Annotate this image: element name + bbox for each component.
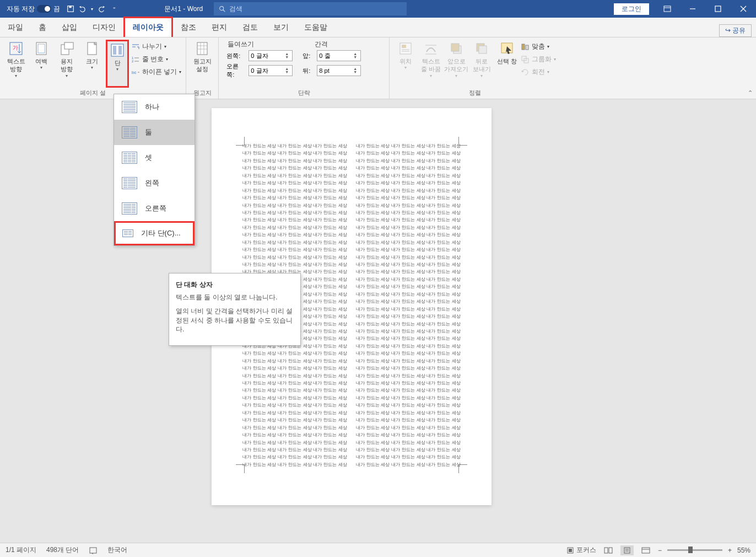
undo-dropdown-icon[interactable]: ▾ [91, 7, 93, 12]
zoom-level[interactable]: 55% [737, 547, 750, 554]
bring-forward-label: 앞으로 가져오기 [444, 57, 468, 73]
close-icon[interactable] [731, 0, 756, 18]
manuscript-icon [195, 41, 210, 56]
selection-pane-label: 선택 창 [497, 57, 517, 65]
breaks-button[interactable]: 나누기 ▾ [131, 41, 181, 52]
collapse-ribbon-icon[interactable]: ⌃ [748, 89, 753, 97]
status-bar: 1/1 페이지 498개 단어 한국어 포커스 − + 55% [0, 543, 756, 557]
columns-right-icon [122, 202, 137, 215]
spinner-icon[interactable]: ▲▼ [285, 67, 290, 74]
autosave-label: 자동 저장 [7, 4, 35, 14]
svg-text:2: 2 [132, 60, 134, 63]
group-arrange: 위치 ▾ 텍스트 줄 바꿈 ▾ 앞으로 가져오기 ▾ 뒤로 보내기 ▾ 선택 창 [390, 38, 560, 99]
spacing-heading: 간격 [315, 40, 328, 49]
tab-help[interactable]: 도움말 [296, 18, 335, 37]
chevron-down-icon: ▾ [66, 73, 68, 78]
columns-two[interactable]: 둘 [114, 120, 195, 145]
columns-right-label: 오른쪽 [145, 203, 166, 213]
maximize-icon[interactable] [705, 0, 731, 18]
login-button[interactable]: 로그인 [614, 3, 649, 15]
hyphenation-button[interactable]: bc하이픈 넣기 ▾ [131, 66, 181, 78]
save-icon[interactable] [67, 5, 74, 13]
word-count[interactable]: 498개 단어 [46, 545, 79, 555]
orientation-button[interactable]: 용지 방향 ▾ [55, 40, 78, 88]
arrange-group-label: 정렬 [394, 88, 556, 98]
ribbon: 가 텍스트 방향 ▾ 여백 ▾ 용지 방향 ▾ 크기 ▾ 단 [0, 38, 756, 99]
margins-button[interactable]: 여백 ▾ [30, 40, 53, 88]
tab-layout[interactable]: 레이아웃 [123, 17, 173, 37]
columns-left-icon [122, 177, 137, 189]
indent-left-input[interactable]: 0 글자▲▼ [249, 50, 293, 61]
share-button[interactable]: ↪ 공유 [719, 24, 752, 37]
text-column-2: 내가 만드는 세상 내가 만드는 세상 내가 만드는 세상 내가 만드는 세상 … [356, 142, 461, 467]
tab-review[interactable]: 검토 [235, 18, 266, 37]
columns-three[interactable]: 셋 [114, 145, 195, 170]
spinner-icon[interactable]: ▲▼ [285, 52, 290, 60]
tab-insert[interactable]: 삽입 [54, 18, 85, 37]
tab-home[interactable]: 홈 [31, 18, 54, 37]
svg-rect-4 [664, 6, 671, 12]
space-after-input[interactable]: 8 pt▲▼ [317, 65, 361, 76]
qat-customize-icon[interactable]: ⁼ [110, 6, 116, 12]
undo-icon[interactable] [79, 5, 87, 13]
chevron-down-icon: ▾ [15, 73, 17, 78]
svg-text:bc: bc [132, 70, 136, 75]
redo-icon[interactable] [98, 5, 105, 13]
indent-right-value: 0 글자 [251, 67, 268, 75]
indent-left-value: 0 글자 [251, 52, 268, 60]
columns-more[interactable]: 기타 단(C)... [114, 221, 195, 245]
spinner-icon[interactable]: ▲▼ [353, 67, 359, 74]
rotate-label: 회전 [532, 67, 545, 77]
columns-more-label: 기타 단(C)... [141, 228, 181, 238]
language-indicator[interactable]: 한국어 [107, 545, 127, 555]
size-button[interactable]: 크기 ▾ [80, 40, 104, 88]
tab-design[interactable]: 디자인 [85, 18, 123, 37]
line-numbers-button[interactable]: 12줄 번호 ▾ [131, 53, 181, 65]
text-direction-icon: 가 [8, 41, 24, 56]
columns-one-icon [122, 101, 137, 113]
search-box[interactable]: 검색 [214, 2, 407, 15]
columns-left[interactable]: 왼쪽 [114, 170, 195, 196]
tab-file[interactable]: 파일 [0, 18, 31, 37]
columns-more-icon [122, 229, 133, 237]
svg-rect-15 [64, 42, 73, 49]
chevron-down-icon: ▾ [430, 73, 432, 78]
tab-mailings[interactable]: 편지 [204, 18, 235, 37]
svg-rect-28 [197, 42, 207, 55]
columns-button[interactable]: 단 ▾ [106, 40, 129, 88]
tab-view[interactable]: 보기 [266, 18, 296, 37]
read-mode-icon[interactable] [602, 545, 615, 555]
tab-references[interactable]: 참조 [173, 18, 204, 37]
manuscript-settings-button[interactable]: 원고지 설정 [191, 40, 214, 88]
focus-mode-button[interactable]: 포커스 [566, 545, 596, 555]
zoom-slider[interactable] [667, 549, 722, 551]
space-before-input[interactable]: 0 줄▲▼ [317, 50, 361, 61]
columns-left-label: 왼쪽 [145, 178, 159, 188]
align-button[interactable]: 맞춤 ▾ [521, 41, 556, 52]
zoom-thumb[interactable] [688, 547, 693, 553]
web-layout-icon[interactable] [639, 545, 652, 555]
zoom-out-button[interactable]: − [658, 547, 662, 554]
selection-pane-button[interactable]: 선택 창 [495, 40, 519, 88]
chevron-down-icon: ▾ [116, 67, 118, 72]
columns-one[interactable]: 하나 [114, 94, 195, 120]
columns-three-label: 셋 [145, 153, 152, 163]
print-layout-icon[interactable] [620, 545, 634, 555]
zoom-in-button[interactable]: + [728, 547, 732, 554]
indent-heading: 들여쓰기 [228, 40, 254, 49]
columns-right[interactable]: 오른쪽 [114, 196, 195, 221]
autosave-toggle[interactable]: 자동 저장 끔 [4, 3, 62, 15]
spinner-icon[interactable]: ▲▼ [353, 52, 359, 60]
columns-label: 단 [115, 59, 121, 67]
minimize-icon[interactable] [680, 0, 705, 18]
indent-right-input[interactable]: 0 글자▲▼ [249, 65, 293, 76]
ribbon-display-icon[interactable] [655, 0, 680, 18]
autosave-state: 끔 [53, 4, 60, 14]
page-indicator[interactable]: 1/1 페이지 [6, 545, 36, 555]
position-icon [398, 41, 413, 56]
proofing-icon[interactable] [89, 546, 98, 555]
selection-pane-icon [499, 41, 515, 56]
svg-point-2 [220, 7, 224, 10]
svg-text:가: 가 [13, 45, 18, 51]
text-direction-button[interactable]: 가 텍스트 방향 ▾ [4, 40, 28, 88]
